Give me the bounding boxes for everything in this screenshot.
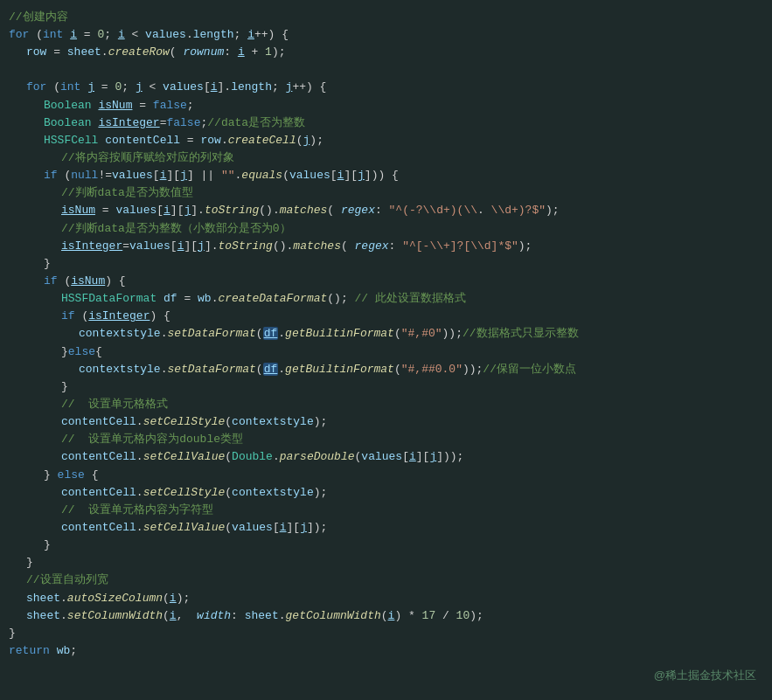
code-line-13: //判断data是否为整数（小数部分是否为0）	[0, 220, 772, 238]
code-line-27: } else {	[0, 467, 772, 484]
code-line-17: HSSFDataFormat df = wb.createDataFormat(…	[0, 290, 772, 308]
code-line-21: contextstyle.setDataFormat(df.getBuiltin…	[0, 361, 772, 378]
code-line-1: //创建内容	[0, 9, 772, 26]
code-line-7: Boolean isInteger=false;//data是否为整数	[0, 114, 772, 132]
code-line-15: }	[0, 255, 772, 273]
code-line-29: // 设置单元格内容为字符型	[0, 502, 772, 519]
code-line-12: isNum = values[i][j].toString().matches(…	[0, 202, 772, 219]
code-line-23: // 设置单元格格式	[0, 396, 772, 413]
code-line-20: }else{	[0, 343, 772, 361]
code-line-37: return wb;	[0, 642, 772, 660]
code-line-36: }	[0, 625, 772, 642]
code-line-26: contentCell.setCellValue(Double.parseDou…	[0, 448, 772, 466]
code-line-32: }	[0, 554, 772, 572]
code-line-11: //判断data是否为数值型	[0, 184, 772, 202]
code-container: //创建内容 for (int i = 0; i < values.length…	[0, 0, 772, 700]
code-line-6: Boolean isNum = false;	[0, 97, 772, 114]
code-line-2: for (int i = 0; i < values.length; i++) …	[0, 26, 772, 44]
code-line-8: HSSFCell contentCell = row.createCell(j)…	[0, 132, 772, 149]
code-line-34: sheet.autoSizeColumn(i);	[0, 590, 772, 607]
code-line-14: isInteger=values[i][j].toString().matche…	[0, 238, 772, 255]
code-line-25: // 设置单元格内容为double类型	[0, 431, 772, 448]
code-line-19: contextstyle.setDataFormat(df.getBuiltin…	[0, 325, 772, 343]
code-line-9: //将内容按顺序赋给对应的列对象	[0, 149, 772, 167]
code-line-31: }	[0, 537, 772, 554]
code-line-5: for (int j = 0; j < values[i].length; j+…	[0, 79, 772, 96]
watermark: @稀土掘金技术社区	[654, 667, 756, 684]
code-line-33: //设置自动列宽	[0, 572, 772, 589]
code-line-10: if (null!=values[i][j] || "".equals(valu…	[0, 167, 772, 184]
code-line-24: contentCell.setCellStyle(contextstyle);	[0, 413, 772, 431]
code-line-4	[0, 61, 772, 79]
code-line-35: sheet.setColumnWidth(i, width: sheet.get…	[0, 607, 772, 625]
code-line-22: }	[0, 378, 772, 396]
code-line-30: contentCell.setCellValue(values[i][j]);	[0, 519, 772, 537]
code-line-28: contentCell.setCellStyle(contextstyle);	[0, 484, 772, 502]
code-line-16: if (isNum) {	[0, 273, 772, 290]
code-line-3: row = sheet.createRow( rownum: i + 1);	[0, 44, 772, 61]
code-line-18: if (isInteger) {	[0, 308, 772, 325]
